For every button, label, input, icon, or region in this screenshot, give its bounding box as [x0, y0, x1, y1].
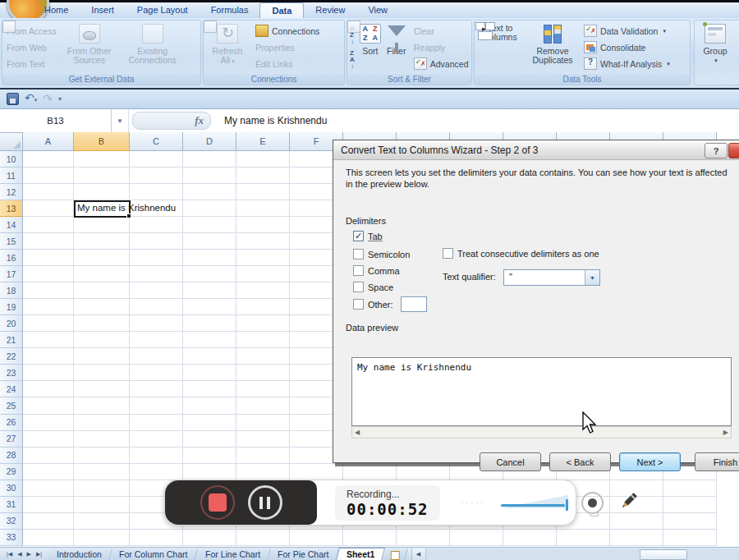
row-header[interactable]: 22: [0, 348, 23, 365]
preview-scrollbar[interactable]: ◀ ▶: [351, 426, 732, 438]
cell[interactable]: [74, 431, 130, 448]
row-header[interactable]: 25: [0, 397, 23, 414]
properties-button[interactable]: Properties: [254, 40, 321, 54]
cell[interactable]: [183, 448, 236, 464]
cell[interactable]: [236, 250, 290, 266]
cell[interactable]: [130, 217, 183, 233]
cell[interactable]: [74, 266, 130, 282]
cell[interactable]: [343, 530, 397, 546]
row-header[interactable]: 19: [0, 299, 23, 315]
cell[interactable]: [23, 200, 74, 217]
horizontal-scrollbar[interactable]: ◀: [411, 549, 739, 560]
cell[interactable]: [23, 250, 74, 266]
cell[interactable]: [74, 282, 130, 299]
cell[interactable]: [23, 266, 74, 282]
row-header[interactable]: 12: [0, 184, 23, 200]
space-checkbox-row[interactable]: Space: [353, 282, 393, 292]
cell[interactable]: [74, 415, 130, 431]
connections-button[interactable]: Connections: [254, 24, 321, 38]
row-header[interactable]: 18: [0, 282, 23, 299]
cell[interactable]: [236, 530, 290, 546]
cell[interactable]: [130, 332, 183, 348]
cell[interactable]: [236, 233, 290, 250]
row-header[interactable]: 26: [0, 415, 23, 431]
cell[interactable]: [23, 513, 74, 530]
cell[interactable]: [503, 530, 557, 546]
row-header[interactable]: 11: [0, 168, 23, 184]
cell[interactable]: [130, 250, 183, 266]
cell[interactable]: [663, 513, 717, 530]
fx-icon[interactable]: fx: [195, 114, 204, 127]
formula-input[interactable]: My name is Krishnendu: [214, 109, 739, 132]
cell[interactable]: [130, 233, 183, 250]
qat-customize-icon[interactable]: ▾: [58, 95, 62, 103]
cell[interactable]: [23, 431, 74, 448]
other-checkbox[interactable]: [353, 299, 364, 310]
scrollbar-thumb[interactable]: [640, 549, 687, 560]
cell[interactable]: [183, 381, 236, 397]
cell[interactable]: [130, 530, 183, 546]
cell[interactable]: [183, 282, 236, 299]
cell[interactable]: [236, 348, 290, 365]
cell[interactable]: [130, 415, 183, 431]
cell[interactable]: [23, 397, 74, 414]
cell[interactable]: [130, 348, 183, 365]
tab-view[interactable]: View: [356, 2, 399, 18]
help-button[interactable]: ?: [705, 143, 728, 158]
cell[interactable]: [183, 530, 236, 546]
cell[interactable]: [183, 365, 236, 381]
save-icon[interactable]: [7, 93, 19, 105]
cell[interactable]: [23, 151, 74, 168]
cell[interactable]: [130, 365, 183, 381]
combobox-dropdown-icon[interactable]: ▼: [585, 270, 599, 285]
cell[interactable]: [183, 415, 236, 431]
sheet-tab-for-pie-chart[interactable]: For Pie Chart: [268, 549, 339, 560]
sheet-tab-sheet1[interactable]: Sheet1: [336, 548, 385, 560]
cell[interactable]: [23, 332, 74, 348]
cell[interactable]: [183, 250, 236, 266]
sort-button[interactable]: AZZA Sort: [357, 21, 383, 74]
cell[interactable]: [23, 315, 74, 332]
column-header[interactable]: C: [130, 132, 183, 151]
cell[interactable]: [183, 168, 236, 184]
row-header[interactable]: 28: [0, 448, 23, 464]
semicolon-checkbox-row[interactable]: Semicolon: [353, 249, 410, 259]
space-checkbox[interactable]: [353, 282, 364, 292]
cell[interactable]: [23, 299, 74, 315]
cell[interactable]: [130, 381, 183, 397]
cell[interactable]: [236, 431, 290, 448]
cell[interactable]: [130, 448, 183, 464]
name-box-dropdown-icon[interactable]: ▼: [112, 109, 129, 132]
prev-sheet-icon[interactable]: ◀: [17, 551, 21, 558]
cell[interactable]: [236, 365, 290, 381]
cell[interactable]: [236, 448, 290, 464]
cell[interactable]: [236, 299, 290, 315]
cell[interactable]: [74, 530, 130, 546]
name-box[interactable]: B13: [0, 109, 112, 132]
cell[interactable]: [23, 415, 74, 431]
next-sheet-icon[interactable]: ▶: [27, 551, 31, 558]
redo-icon[interactable]: ↷: [43, 94, 53, 104]
pencil-icon[interactable]: [618, 490, 640, 515]
dialog-titlebar[interactable]: Convert Text to Columns Wizard - Step 2 …: [333, 140, 739, 160]
advanced-button[interactable]: Advanced: [412, 57, 470, 71]
cell[interactable]: [343, 464, 397, 480]
row-header[interactable]: 24: [0, 381, 23, 397]
treat-consecutive-checkbox[interactable]: [443, 248, 453, 259]
from-other-sources-button[interactable]: From OtherConnectionsSources: [61, 21, 118, 74]
cell[interactable]: [397, 530, 450, 546]
cell[interactable]: [450, 530, 503, 546]
cell[interactable]: [290, 530, 343, 546]
cell[interactable]: [183, 184, 236, 200]
row-header[interactable]: 23: [0, 365, 23, 381]
semicolon-checkbox[interactable]: [353, 249, 364, 259]
other-delimiter-input[interactable]: [401, 296, 427, 312]
cell[interactable]: [236, 151, 290, 168]
cell[interactable]: [74, 348, 130, 365]
sheet-nav-buttons[interactable]: |◀ ◀ ▶ ▶|: [0, 551, 48, 558]
from-web-button[interactable]: From Web: [5, 40, 58, 54]
scroll-left-icon[interactable]: ◀: [355, 429, 360, 436]
row-header[interactable]: 30: [0, 480, 23, 497]
row-header[interactable]: 27: [0, 431, 23, 448]
what-if-analysis-button[interactable]: What-If Analysis▾: [582, 57, 672, 71]
